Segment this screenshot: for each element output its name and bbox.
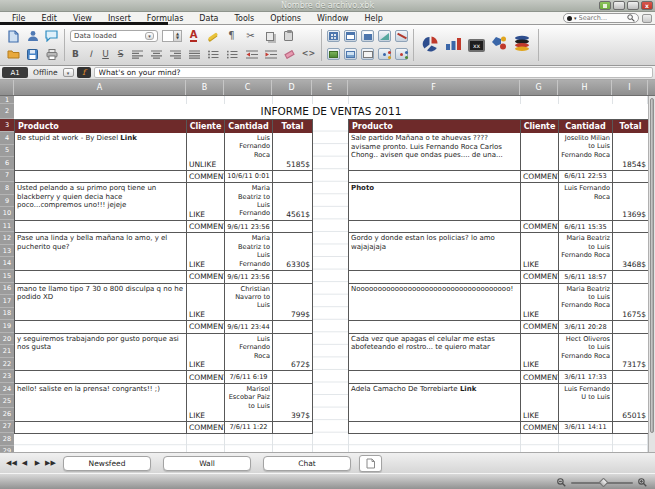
cell-empty[interactable] (15, 321, 187, 334)
cell-from[interactable]: Maria Beatriz to Luis Fernando Roca (225, 183, 273, 221)
align-left-icon[interactable] (130, 47, 145, 61)
cell-product[interactable]: Photo (349, 183, 521, 221)
function-icon[interactable]: f (77, 67, 91, 78)
cell-product[interactable]: Be stupid at work - By Diesel Link (15, 133, 187, 171)
product-link-text[interactable]: Photo (351, 184, 374, 192)
row-header-8[interactable]: 8 (0, 182, 14, 195)
cell-action[interactable]: LIKE (521, 233, 559, 271)
align-center-icon[interactable] (149, 47, 164, 61)
cell-empty[interactable] (273, 321, 313, 334)
cell-product[interactable]: y seguiremos trabajando por gusto porque… (15, 334, 187, 372)
cell-total[interactable]: 672$ (273, 334, 313, 372)
cell-comment-label[interactable]: COMMENT (187, 321, 225, 334)
calendar-icon[interactable] (344, 30, 357, 42)
cut-icon[interactable]: ✂ (243, 29, 258, 43)
maximize-button[interactable] (627, 1, 639, 10)
cell-comment-date[interactable]: 3/6/11 17:33 (559, 371, 613, 384)
picture-icon[interactable] (344, 48, 357, 60)
cell-empty[interactable] (349, 321, 521, 334)
menu-item-help[interactable]: Help (357, 14, 391, 23)
copy-icon[interactable] (262, 29, 277, 43)
sheet-grid[interactable]: INFORME DE VENTAS 2011 ProductoClienteCa… (14, 96, 648, 452)
menu-item-options[interactable]: Options (262, 14, 309, 23)
cell-empty[interactable] (15, 271, 187, 284)
row-header-17[interactable]: 17 (0, 295, 14, 308)
cell-product[interactable]: Cada vez que apagas el celular me estas … (349, 334, 521, 372)
last-sheet-icon[interactable]: ▶▶ (44, 460, 57, 467)
previous-sheet-icon[interactable]: ◀ (18, 460, 31, 467)
user-icon[interactable] (25, 29, 40, 43)
menu-item-tools[interactable]: Tools (226, 14, 262, 23)
cell-total[interactable]: 3468$ (613, 233, 649, 271)
bullet-list-icon[interactable] (206, 47, 221, 61)
cell-product[interactable]: Sale partido Mañana o te ahuevas ???? av… (349, 133, 521, 171)
row-header-24[interactable]: 24 (0, 383, 14, 396)
outdent-icon[interactable] (244, 47, 259, 61)
cell-from[interactable]: Maria Beatriz to Luis Fernando Roca (225, 233, 273, 271)
cell-comment-label[interactable]: COMMENT (187, 221, 225, 234)
print-icon[interactable] (44, 47, 59, 61)
row-header-20[interactable]: 20 (0, 333, 14, 346)
italic-icon[interactable]: I (85, 47, 96, 61)
cell-from[interactable]: Maria Beatriz to Luis Fernando Roca (559, 233, 613, 271)
cell-empty[interactable] (273, 271, 313, 284)
database-icon[interactable] (514, 35, 530, 56)
cell-from[interactable]: Luis Fernando U to Luis (559, 384, 613, 422)
sheet-tab-newsfeed[interactable]: Newsfeed (63, 456, 151, 471)
cell-comment-date[interactable]: 10/6/11 0:01 (225, 171, 273, 184)
search-scope-icon[interactable] (567, 16, 572, 21)
cell-empty[interactable] (349, 371, 521, 384)
row-header-12[interactable]: 12 (0, 232, 14, 245)
cell-comment-date[interactable]: 9/6/11 23:56 (225, 271, 273, 284)
column-header-B[interactable]: B (186, 80, 224, 95)
row-header-19[interactable]: 19 (0, 320, 14, 333)
row-header-18[interactable]: 18 (0, 308, 14, 321)
row-header-22[interactable]: 22 (0, 358, 14, 371)
eraser-icon[interactable] (282, 47, 297, 61)
bar-chart-icon[interactable] (445, 36, 462, 55)
highlighter-icon[interactable] (205, 29, 220, 43)
row-header-5[interactable]: 5 (0, 145, 14, 158)
cell-reference-box[interactable]: A1 (2, 67, 28, 78)
formula-input[interactable] (94, 67, 653, 78)
pie-chart-icon[interactable] (422, 35, 439, 56)
cell-empty[interactable] (273, 221, 313, 234)
report-header-cliente[interactable]: Cliente (187, 120, 225, 133)
save-icon[interactable] (25, 47, 40, 61)
row-header-3[interactable]: 3 (0, 119, 14, 132)
cell-total[interactable]: 4561$ (273, 183, 313, 221)
report-header-total[interactable]: Total (613, 120, 649, 133)
cell-empty[interactable] (349, 422, 521, 435)
row-header-4[interactable]: 4 (0, 132, 14, 145)
cell-comment-label[interactable]: COMMENT (521, 221, 559, 234)
align-justify-icon[interactable] (187, 47, 202, 61)
cell-action[interactable]: UNLIKE (187, 133, 225, 171)
row-header-14[interactable]: 14 (0, 257, 14, 270)
cell-empty[interactable] (15, 371, 187, 384)
sheet-tab-chat[interactable]: Chat (263, 456, 351, 471)
cell-comment-date[interactable]: 5/6/11 18:57 (559, 271, 613, 284)
sidebar-toggle-icon[interactable] (642, 14, 652, 23)
row-header-6[interactable]: 6 (0, 157, 14, 170)
column-header-F[interactable]: F (348, 80, 520, 95)
cell-total[interactable]: 397$ (273, 384, 313, 422)
column-header-C[interactable]: C (224, 80, 272, 95)
open-folder-icon[interactable] (6, 47, 21, 61)
cell-empty[interactable] (349, 271, 521, 284)
cell-total[interactable]: 6501$ (613, 384, 649, 422)
pilcrow-icon[interactable]: ¶ (224, 29, 239, 43)
cell-action[interactable]: LIKE (521, 284, 559, 322)
cell-empty[interactable] (613, 171, 649, 184)
cell-comment-label[interactable]: COMMENT (521, 171, 559, 184)
product-link-text[interactable]: Link (120, 134, 137, 142)
formula-box-icon[interactable]: xx (468, 39, 485, 52)
cell-product[interactable]: Pase una linda y bella mañana lo amo, y … (15, 233, 187, 271)
code-icon[interactable]: <> (301, 47, 316, 61)
new-document-icon[interactable] (6, 29, 21, 43)
row-header-11[interactable]: 11 (0, 220, 14, 233)
report-header-cliente[interactable]: Cliente (521, 120, 559, 133)
row-header-23[interactable]: 23 (0, 370, 14, 383)
cell-comment-label[interactable]: COMMENT (521, 422, 559, 435)
cell-from[interactable]: Luis Fernando Roca (225, 133, 273, 171)
numbered-list-icon[interactable] (225, 47, 240, 61)
